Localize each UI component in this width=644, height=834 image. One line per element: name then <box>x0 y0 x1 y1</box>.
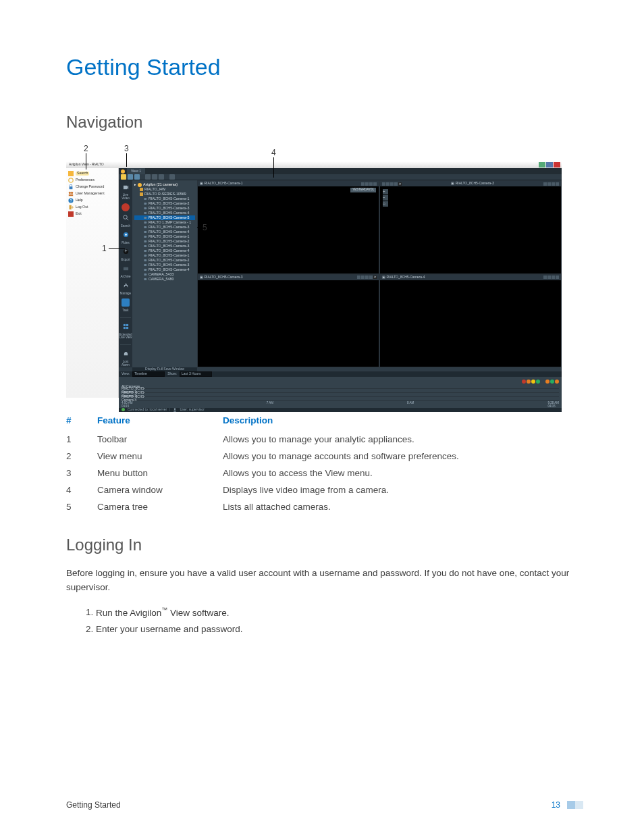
sidebar-search[interactable] <box>122 214 130 222</box>
window-minimize-button[interactable] <box>539 162 545 167</box>
camera-window-2[interactable]: ✕▣ RIALTO_8CH5-Camera-3 +−⌂ <box>379 180 562 274</box>
camera-window-1[interactable]: ▣ RIALTO_8CH5-Camera-1 YESTERDAY01 <box>197 180 379 274</box>
app-window: Avigilon View - RIALTO Search Preference… <box>66 161 562 398</box>
tree-item[interactable]: RIALTO_8CH5-Camera-1 <box>134 253 195 258</box>
table-row: 1ToolbarAllows you to manage your analyt… <box>66 431 583 448</box>
svg-line-10 <box>126 219 128 221</box>
svg-rect-23 <box>144 212 146 214</box>
screenshot-figure: 2 3 4 1 5 Avigilon View - RIALTO Search … <box>66 144 562 400</box>
timeline-row[interactable]: RIALTO_8CH5-Camera-4 <box>122 397 559 401</box>
tool-save[interactable] <box>134 174 140 180</box>
sidebar-live-video-label: Live Video <box>119 194 132 201</box>
sidebar-record-icon[interactable] <box>122 203 130 211</box>
tree-item[interactable]: RIALTO_8CH5-Camera-4 <box>134 230 195 234</box>
tree-item[interactable]: RIALTO_8CH5-Camera-4 <box>134 267 195 272</box>
table-header-num: # <box>66 413 97 431</box>
table-row: 4Camera windowDisplays live video image … <box>66 481 583 498</box>
tool-logout[interactable] <box>169 174 175 180</box>
window-titlebar: Avigilon View - RIALTO <box>66 161 562 168</box>
camera-icon: ▣ <box>451 181 454 185</box>
tool-open[interactable] <box>128 174 133 180</box>
page-footer: Getting Started 13 <box>66 800 583 810</box>
tree-item[interactable]: RIALTO_8CH5-Camera-2 <box>134 258 195 263</box>
tree-item[interactable]: CAMERA_5480 <box>134 277 195 282</box>
tool-new[interactable] <box>121 174 126 180</box>
menu-button-icon[interactable] <box>121 170 125 174</box>
sidebar-search-label: Search <box>121 225 130 228</box>
main-area: View 1 <box>119 168 562 398</box>
view-menu-logout[interactable]: Log Out <box>68 204 116 211</box>
svg-rect-36 <box>144 273 146 276</box>
tree-item[interactable]: RIALTO_8CH5-Camera-3 <box>134 225 195 230</box>
svg-rect-21 <box>144 203 146 205</box>
tool-maximize[interactable] <box>159 174 164 180</box>
sidebar-rules[interactable] <box>122 231 130 239</box>
view-bar: View: Timeline Show: Last 3 Hours <box>119 371 562 377</box>
status-bar: Connected to: local server | User: super… <box>119 408 562 412</box>
tree-item[interactable]: RIALTO_8CH5-Camera-1 <box>134 234 195 239</box>
tree-root[interactable]: ▸ Avigilon (21 cameras) <box>134 182 195 187</box>
camera-tree[interactable]: ▸ Avigilon (21 cameras) RIALTO_I4W RIALT… <box>132 180 197 367</box>
camera-icon: ▣ <box>200 181 203 185</box>
tree-item[interactable]: RIALTO_8CH5-Camera-4 <box>134 211 195 215</box>
footer-page-number: 13 <box>552 800 560 810</box>
sidebar-lost-alarm[interactable] <box>122 350 130 358</box>
svg-rect-19 <box>126 327 128 329</box>
footer-section: Getting Started <box>66 800 121 810</box>
tree-item[interactable]: RIALTO R-SERIES-10569 <box>134 192 195 197</box>
camera-icon <box>144 235 147 238</box>
svg-rect-7 <box>70 205 72 209</box>
svg-rect-29 <box>144 240 146 242</box>
camera-window-3[interactable]: ▣ RIALTO_8CH5-Camera-3✕ <box>197 274 379 368</box>
tree-item[interactable]: RIALTO_8CH5-Camera-2 <box>134 201 195 206</box>
tree-item[interactable]: RIALTO_8CH5-Camera-1 <box>134 197 195 201</box>
sidebar-export[interactable] <box>122 248 130 256</box>
view-menu-user-management[interactable]: User Management <box>68 190 116 197</box>
tree-item[interactable]: RIALTO_8CH5-Camera-3 <box>134 206 195 211</box>
tree-item[interactable]: CAMERA_5433 <box>134 272 195 277</box>
tree-item[interactable]: RIALTO_8CH5-Camera-3 <box>134 244 195 249</box>
tool-layout[interactable] <box>145 174 151 180</box>
step-2: Enter your username and password. <box>96 621 583 638</box>
tree-item[interactable]: RIALTO 1.3MP Camera - 1 <box>134 220 195 225</box>
table-cell-desc: Lists all attached cameras. <box>223 498 583 515</box>
tab-bar: View 1 <box>119 168 562 174</box>
status-connection: Connected to: local server <box>128 408 167 412</box>
camera-icon <box>144 211 147 215</box>
tool-close[interactable] <box>152 174 157 180</box>
viewbar-show-select[interactable]: Last 3 Hours <box>180 371 212 377</box>
features-table: # Feature Description 1ToolbarAllows you… <box>66 413 583 515</box>
tree-item[interactable]: RIALTO_I4W <box>134 187 195 192</box>
viewbar-view-select[interactable]: Timeline <box>132 371 165 377</box>
tree-item[interactable]: RIALTO_8CH5-Camera-5 <box>134 215 195 220</box>
camera-window-4[interactable]: ▣ RIALTO_8CH5-Camera-4 <box>379 274 562 368</box>
tree-item[interactable]: RIALTO_8CH5-Camera-4 <box>134 249 195 253</box>
table-cell-num: 1 <box>66 431 97 448</box>
sidebar-task[interactable] <box>122 298 130 307</box>
sidebar-manage[interactable] <box>122 282 130 290</box>
camera-icon <box>144 202 147 205</box>
svg-rect-27 <box>144 231 146 233</box>
view-menu-change-password[interactable]: Change Password <box>68 184 116 190</box>
table-header-feature: Feature <box>97 413 223 431</box>
table-row: 5Camera treeLists all attached cameras. <box>66 498 583 515</box>
window-maximize-button[interactable] <box>546 162 553 167</box>
camera-icon <box>144 207 147 210</box>
tree-item[interactable]: RIALTO_8CH5-Camera-3 <box>134 263 195 267</box>
camera-icon <box>140 192 143 196</box>
sidebar-live-video[interactable] <box>122 183 130 191</box>
window-close-button[interactable] <box>554 162 560 167</box>
tab-view1[interactable]: View 1 <box>127 168 145 174</box>
view-menu-exit[interactable]: Exit <box>68 211 116 217</box>
camera-zoom-controls[interactable]: +−⌂ <box>383 189 388 207</box>
svg-rect-37 <box>144 278 146 280</box>
sidebar-extended-view[interactable] <box>122 323 130 331</box>
svg-rect-26 <box>144 226 146 228</box>
view-menu-search[interactable]: Search <box>68 170 116 177</box>
svg-rect-32 <box>144 255 146 257</box>
sidebar-archive[interactable] <box>122 265 130 273</box>
tree-item[interactable]: RIALTO_8CH5-Camera-2 <box>134 239 195 244</box>
view-menu-preferences[interactable]: Preferences <box>68 177 116 184</box>
section-navigation: Navigation <box>66 113 583 132</box>
view-menu-help[interactable]: ?Help <box>68 197 116 204</box>
